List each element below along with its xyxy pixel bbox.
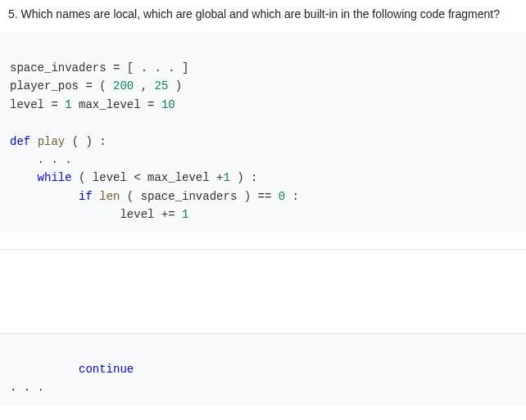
code-fragment-bottom: continue . . . [0,333,526,405]
code-line-8: if len ( space_invaders ) == 0 : [10,190,299,203]
code-fragment-top: space_invaders = [ . . . ] player_pos = … [0,33,526,233]
question-text: 5. Which names are local, which are glob… [0,0,526,33]
question-prompt: 5. Which names are local, which are glob… [8,7,500,20]
code-line-5: def play ( ) : [10,135,107,148]
code-line-7: while ( level < max_level +1 ) : [10,171,257,184]
code-line-6: . . . [10,153,72,166]
code-line-3: level = 1 max_level = 10 [10,98,175,111]
divider [0,249,526,250]
code-line-b2: . . . [10,381,44,394]
code-line-1: space_invaders = [ . . . ] [10,61,188,75]
code-line-b1: continue [10,363,134,376]
code-line-9: level += 1 [10,208,188,221]
code-line-2: player_pos = ( 200 , 25 ) [10,79,182,93]
